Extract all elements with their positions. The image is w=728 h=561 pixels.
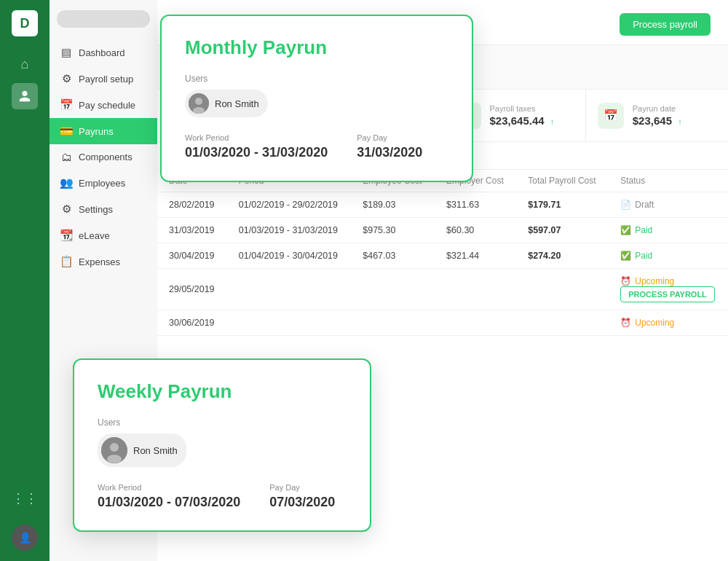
cell-date: 28/02/2019 <box>157 192 227 218</box>
people-nav-icon[interactable] <box>12 83 38 109</box>
modal-monthly-pay-day: Pay Day 31/03/2020 <box>357 133 422 160</box>
modal-weekly-user-name: Ron Smith <box>133 445 178 456</box>
svg-point-5 <box>107 455 122 463</box>
modal-monthly-user-avatar <box>189 93 209 114</box>
modal-monthly-user-chip[interactable]: Ron Smith <box>185 90 268 117</box>
stat-info-date: Payrun date $23,645 ↑ <box>633 104 682 127</box>
weekly-pay-day-value: 07/03/2020 <box>269 495 335 510</box>
cell-total <box>516 269 609 310</box>
stat-label-date: Payrun date <box>633 104 682 113</box>
check-icon: ✅ <box>620 225 631 235</box>
payroll-setup-icon: ⚙ <box>60 72 73 85</box>
cell-employee-cost: $189.03 <box>351 192 435 218</box>
table-row: 28/02/2019 01/02/2019 - 29/02/2019 $189.… <box>157 192 728 218</box>
cell-period: 01/02/2019 - 29/02/2019 <box>227 192 351 218</box>
trend-icon-taxes: ↑ <box>550 117 555 126</box>
eleave-icon: 📆 <box>60 229 73 242</box>
cell-employer-cost <box>435 310 516 336</box>
sidebar-icon-strip: D ⌂ ⋮⋮ 👤 <box>0 0 50 561</box>
modal-weekly-period-row: Work Period 01/03/2020 - 07/03/2020 Pay … <box>98 483 347 510</box>
status-paid: ✅ Paid <box>620 251 716 261</box>
cell-date: 29/05/2019 <box>157 269 227 310</box>
sidebar-item-settings[interactable]: ⚙ Settings <box>50 196 157 222</box>
svg-point-4 <box>110 443 119 452</box>
col-total: Total Payroll Cost <box>516 170 609 192</box>
work-period-value: 01/03/2020 - 31/03/2020 <box>185 145 328 160</box>
col-status: Status <box>609 170 728 192</box>
sidebar-item-payroll-setup[interactable]: ⚙ Payroll setup <box>50 66 157 92</box>
cell-status: 📄 Draft <box>609 192 728 218</box>
cell-period: 01/04/2019 - 30/04/2019 <box>227 243 351 269</box>
cell-employer-cost <box>435 269 516 310</box>
components-icon: 🗂 <box>60 151 73 163</box>
cell-period: 01/03/2019 - 31/03/2019 <box>227 218 351 243</box>
sidebar-item-dashboard[interactable]: ▤ Dashboard <box>50 39 157 66</box>
table-row: 30/04/2019 01/04/2019 - 30/04/2019 $467.… <box>157 243 728 269</box>
check-icon: ✅ <box>620 251 631 261</box>
modal-weekly-work-period: Work Period 01/03/2020 - 07/03/2020 <box>98 483 240 510</box>
cell-status: ⏰ Upcoming PROCESS PAYROLL <box>609 269 728 310</box>
user-avatar-sidebar[interactable]: 👤 <box>12 525 38 551</box>
process-payroll-button[interactable]: Process payroll <box>620 13 711 36</box>
settings-icon: ⚙ <box>60 203 73 216</box>
stat-value-taxes: $23,645.44 ↑ <box>490 114 555 127</box>
process-payroll-row-button[interactable]: PROCESS PAYROLL <box>620 286 715 302</box>
cell-employee-cost: $467.03 <box>351 243 435 269</box>
cell-employee-cost: $975.30 <box>351 218 435 243</box>
modal-monthly-user-name: Ron Smith <box>215 98 259 109</box>
pay-day-value: 31/03/2020 <box>357 145 422 160</box>
status-paid: ✅ Paid <box>620 225 716 235</box>
stat-card-payrun-date: 📅 Payrun date $23,645 ↑ <box>586 90 728 141</box>
sidebar-item-pay-schedule[interactable]: 📅 Pay schedule <box>50 92 157 118</box>
stat-value-date: $23,645 ↑ <box>633 114 682 127</box>
cell-date: 31/03/2019 <box>157 218 227 243</box>
weekly-work-period-value: 01/03/2020 - 07/03/2020 <box>98 495 240 510</box>
modal-weekly-users-label: Users <box>98 417 347 428</box>
cell-period <box>227 310 351 336</box>
payrun-table: Date Period Employee Cost Employer Cost … <box>157 170 728 336</box>
cell-total <box>516 310 609 336</box>
svg-point-1 <box>195 98 202 105</box>
sidebar-item-employees[interactable]: 👥 Employees <box>50 170 157 196</box>
stat-icon-date: 📅 <box>598 103 624 129</box>
pay-day-label: Pay Day <box>357 133 422 142</box>
status-draft: 📄 Draft <box>620 200 716 210</box>
table-row: 30/06/2019 ⏰ Upcoming <box>157 310 728 336</box>
cell-total: $179.71 <box>516 192 609 218</box>
draft-icon: 📄 <box>620 200 631 210</box>
modal-monthly-users-label: Users <box>185 74 448 84</box>
stat-info-taxes: Payroll taxes $23,645.44 ↑ <box>490 104 555 127</box>
sidebar-item-expenses[interactable]: 📋 Expenses <box>50 248 157 275</box>
sidebar-item-components[interactable]: 🗂 Components <box>50 144 157 170</box>
modal-weekly-payrun: Weekly Payrun Users Ron Smith Work Perio… <box>73 358 371 532</box>
clock-icon: ⏰ <box>620 276 631 286</box>
home-nav-icon[interactable]: ⌂ <box>12 51 38 77</box>
stat-label-taxes: Payroll taxes <box>490 104 555 113</box>
table-row: 29/05/2019 ⏰ Upcoming PROCESS PAYROLL <box>157 269 728 310</box>
cell-period <box>227 269 351 310</box>
cell-status: ✅ Paid <box>609 218 728 243</box>
weekly-work-period-label: Work Period <box>98 483 240 492</box>
cell-employee-cost <box>351 310 435 336</box>
cell-total: $597.07 <box>516 218 609 243</box>
status-upcoming: ⏰ Upcoming <box>620 276 716 286</box>
trend-icon-date: ↑ <box>678 117 682 126</box>
cell-date: 30/04/2019 <box>157 243 227 269</box>
cell-status: ⏰ Upcoming <box>609 310 728 336</box>
grid-icon[interactable]: ⋮⋮ <box>12 485 38 511</box>
employees-icon: 👥 <box>60 176 73 189</box>
sidebar-search[interactable] <box>57 10 150 28</box>
cell-employee-cost <box>351 269 435 310</box>
payruns-icon: 💳 <box>60 125 73 138</box>
app-logo: D <box>12 10 38 36</box>
modal-monthly-period-row: Work Period 01/03/2020 - 31/03/2020 Pay … <box>185 133 448 160</box>
modal-monthly-work-period: Work Period 01/03/2020 - 31/03/2020 <box>185 133 328 160</box>
modal-monthly-payrun: Monthly Payrun Users Ron Smith Work Peri… <box>160 15 473 182</box>
sidebar-item-payruns[interactable]: 💳 Payruns <box>50 118 157 144</box>
cell-total: $274.20 <box>516 243 609 269</box>
modal-weekly-user-chip[interactable]: Ron Smith <box>98 434 186 467</box>
sidebar-item-eleave[interactable]: 📆 eLeave <box>50 222 157 248</box>
work-period-label: Work Period <box>185 133 328 142</box>
cell-employer-cost: $60.30 <box>435 218 516 243</box>
weekly-pay-day-label: Pay Day <box>269 483 335 492</box>
